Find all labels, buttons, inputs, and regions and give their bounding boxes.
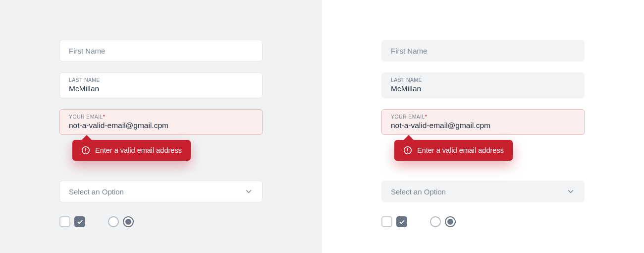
- option-select[interactable]: Select an Option: [381, 181, 585, 202]
- error-icon: [81, 146, 90, 155]
- checkbox-group: [59, 216, 85, 227]
- error-message: Enter a valid email address: [417, 146, 504, 154]
- email-value: not-a-valid-email@gmail.cpm: [391, 121, 575, 130]
- email-label: YOUR EMAIL*: [69, 114, 253, 120]
- controls-row: [381, 216, 585, 227]
- radio-unselected[interactable]: [108, 216, 119, 227]
- error-icon: [403, 146, 412, 155]
- form-panel-variant-b: First Name LAST NAME McMillan YOUR EMAIL…: [322, 0, 644, 253]
- form-stack: First Name LAST NAME McMillan YOUR EMAIL…: [381, 40, 585, 227]
- checkbox-unchecked[interactable]: [381, 216, 392, 227]
- error-message: Enter a valid email address: [95, 146, 182, 154]
- checkbox-unchecked[interactable]: [59, 216, 70, 227]
- last-name-value: McMillan: [69, 84, 253, 93]
- form-panel-variant-a: First Name LAST NAME McMillan YOUR EMAIL…: [0, 0, 322, 253]
- first-name-placeholder: First Name: [391, 47, 575, 55]
- first-name-field[interactable]: First Name: [59, 40, 263, 62]
- last-name-value: McMillan: [391, 84, 575, 93]
- last-name-field[interactable]: LAST NAME McMillan: [381, 72, 585, 98]
- option-select[interactable]: Select an Option: [59, 181, 263, 202]
- chevron-down-icon: [244, 187, 253, 196]
- checkbox-checked[interactable]: [396, 216, 407, 227]
- last-name-field[interactable]: LAST NAME McMillan: [59, 72, 263, 98]
- checkbox-group: [381, 216, 407, 227]
- last-name-label: LAST NAME: [69, 77, 253, 83]
- error-tooltip: Enter a valid email address: [394, 140, 513, 161]
- email-field[interactable]: YOUR EMAIL* not-a-valid-email@gmail.cpm: [59, 109, 263, 135]
- required-indicator: *: [425, 114, 428, 120]
- select-placeholder: Select an Option: [69, 188, 124, 195]
- required-indicator: *: [103, 114, 106, 120]
- select-placeholder: Select an Option: [391, 188, 446, 195]
- email-label: YOUR EMAIL*: [391, 114, 575, 120]
- last-name-label: LAST NAME: [391, 77, 575, 83]
- email-value: not-a-valid-email@gmail.cpm: [69, 121, 253, 130]
- radio-group: [430, 216, 456, 227]
- first-name-placeholder: First Name: [69, 47, 253, 55]
- radio-unselected[interactable]: [430, 216, 441, 227]
- error-tooltip: Enter a valid email address: [72, 140, 191, 161]
- email-field[interactable]: YOUR EMAIL* not-a-valid-email@gmail.cpm: [381, 109, 585, 135]
- radio-selected[interactable]: [123, 216, 134, 227]
- radio-group: [108, 216, 134, 227]
- radio-selected[interactable]: [445, 216, 456, 227]
- chevron-down-icon: [566, 187, 575, 196]
- first-name-field[interactable]: First Name: [381, 40, 585, 62]
- form-stack: First Name LAST NAME McMillan YOUR EMAIL…: [59, 40, 263, 227]
- controls-row: [59, 216, 263, 227]
- checkbox-checked[interactable]: [74, 216, 85, 227]
